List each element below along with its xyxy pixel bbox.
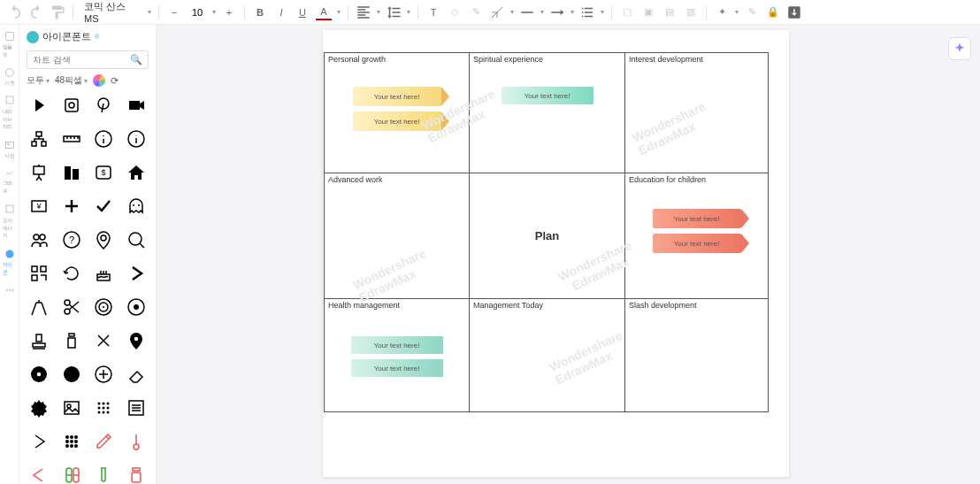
add-circle-icon[interactable] <box>91 361 117 388</box>
target-icon[interactable] <box>91 294 117 320</box>
note[interactable]: Your text here! <box>653 209 741 228</box>
image-icon[interactable] <box>59 395 85 421</box>
ungroup-icon[interactable]: ▣ <box>640 4 656 20</box>
nav-text[interactable]: 문자메시지 <box>1 201 19 244</box>
note[interactable]: Your text here! <box>353 111 441 131</box>
back-icon[interactable] <box>27 462 52 484</box>
ai-assistant-button[interactable] <box>948 37 971 60</box>
thermometer-icon[interactable] <box>124 428 149 455</box>
list-box-icon[interactable] <box>124 395 149 421</box>
alipay-icon[interactable] <box>59 361 85 388</box>
line-style-icon[interactable] <box>519 4 535 20</box>
ghost-icon[interactable] <box>124 193 149 219</box>
cell-title[interactable]: Slash development <box>629 301 764 310</box>
org-icon[interactable] <box>27 126 52 152</box>
note[interactable]: Your text here! <box>351 336 443 354</box>
cake-icon[interactable] <box>91 260 117 287</box>
help-icon[interactable]: ? <box>59 227 85 253</box>
cell-title[interactable]: Management Today <box>473 301 621 310</box>
nav-templates[interactable]: 템플릿 <box>1 28 19 63</box>
bold-icon[interactable]: B <box>252 4 268 20</box>
chevron-down-icon[interactable]: ▾ <box>148 8 151 16</box>
italic-icon[interactable]: I <box>273 4 289 20</box>
note[interactable]: Your text here! <box>351 359 443 377</box>
eraser-icon[interactable] <box>124 361 149 388</box>
nav-library[interactable]: 내라이브러리 <box>1 92 19 135</box>
building-icon[interactable] <box>59 159 85 186</box>
redo-icon[interactable] <box>28 4 44 20</box>
test-tube-icon[interactable] <box>91 462 117 484</box>
info-circle-icon[interactable] <box>124 126 149 152</box>
line-spacing-icon[interactable] <box>386 4 402 20</box>
lock-icon[interactable]: 🔒 <box>765 4 781 20</box>
shape-icon[interactable]: ◇ <box>447 4 463 20</box>
edit-icon[interactable]: ✎ <box>744 4 760 20</box>
qr-icon[interactable] <box>27 260 52 287</box>
ai-star-icon[interactable]: ✦ <box>714 4 730 20</box>
wheel-icon[interactable] <box>27 361 52 388</box>
text-icon[interactable]: T <box>425 4 441 20</box>
note[interactable]: Your text here! <box>353 87 441 106</box>
underline-icon[interactable]: U <box>295 4 310 20</box>
format-painter-icon[interactable] <box>50 4 65 20</box>
font-select[interactable]: 코믹 산스 MS <box>80 0 142 25</box>
font-color-icon[interactable]: A <box>316 4 332 20</box>
page[interactable]: Personal growth Your text here! Your tex… <box>323 30 789 477</box>
cell-title[interactable]: Spiritual experience <box>473 55 621 64</box>
note[interactable]: Your text here! <box>653 234 741 253</box>
chevron-down-icon[interactable]: ▾ <box>337 8 341 16</box>
cell-title[interactable]: Interest development <box>629 55 764 64</box>
refresh-icon[interactable]: ⟳ <box>111 75 119 87</box>
chevron-down-icon[interactable]: ▾ <box>212 8 216 16</box>
export-icon[interactable] <box>786 4 802 20</box>
jar-icon[interactable] <box>124 462 149 484</box>
color-filter[interactable] <box>93 74 105 87</box>
grid-dots-icon[interactable] <box>91 395 117 421</box>
stamp-icon[interactable] <box>27 327 52 354</box>
dropper-icon[interactable] <box>91 428 117 455</box>
arrow-right-icon[interactable] <box>124 260 149 287</box>
filter-all[interactable]: 모두 ▾ <box>27 74 50 87</box>
search-input[interactable] <box>33 55 130 65</box>
send-back-icon[interactable]: ▥ <box>683 4 699 20</box>
pill-icon[interactable] <box>59 462 85 484</box>
font-size-input[interactable] <box>188 7 207 18</box>
arrow-right-icon[interactable] <box>27 428 52 455</box>
location-icon[interactable] <box>91 227 117 253</box>
cell-title[interactable]: Health management <box>328 301 465 310</box>
search-box[interactable]: 🔍 <box>27 50 149 69</box>
arrow-right-icon[interactable] <box>27 92 52 119</box>
center-title[interactable]: Plan <box>535 229 559 242</box>
scissors-icon[interactable] <box>59 294 85 320</box>
users-icon[interactable] <box>27 227 52 253</box>
connector-icon[interactable] <box>489 4 505 20</box>
info-icon[interactable] <box>91 126 117 152</box>
list-icon[interactable] <box>579 4 595 20</box>
cell-title[interactable]: Advanced work <box>328 175 465 184</box>
dots-grid-icon[interactable] <box>59 428 85 455</box>
canvas[interactable]: Personal growth Your text here! Your tex… <box>157 25 980 484</box>
bottle-icon[interactable] <box>59 327 85 354</box>
nav-charts[interactable]: 그래프 <box>1 165 19 199</box>
compass-icon[interactable] <box>27 294 52 320</box>
pinterest-icon[interactable] <box>91 92 117 119</box>
search-icon[interactable] <box>124 227 149 253</box>
arrow-style-icon[interactable] <box>549 4 565 20</box>
cell-title[interactable]: Personal growth <box>328 55 465 64</box>
disc-icon[interactable] <box>124 294 149 320</box>
nav-photos[interactable]: 사진 <box>1 137 19 163</box>
cell-title[interactable]: Education for children <box>629 175 764 184</box>
video-icon[interactable] <box>124 92 149 119</box>
align-icon[interactable] <box>356 4 371 20</box>
map-pin-icon[interactable] <box>59 92 85 119</box>
ruler-icon[interactable] <box>59 126 85 152</box>
bring-front-icon[interactable]: ▤ <box>662 4 678 20</box>
nav-symbols[interactable]: 기호 <box>1 65 19 90</box>
undo-icon[interactable] <box>7 4 23 20</box>
search-icon[interactable]: 🔍 <box>130 54 142 65</box>
increase-font-icon[interactable]: + <box>221 4 237 20</box>
decrease-font-icon[interactable]: − <box>166 4 182 20</box>
plan-grid[interactable]: Personal growth Your text here! Your tex… <box>324 52 769 412</box>
highlight-icon[interactable]: ✎ <box>468 4 484 20</box>
gear-icon[interactable] <box>27 395 52 421</box>
